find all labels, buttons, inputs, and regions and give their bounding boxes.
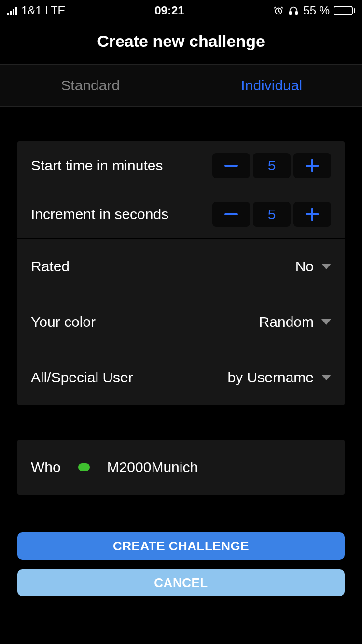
- start-time-value: 5: [253, 153, 291, 178]
- status-right: 55 %: [273, 4, 355, 17]
- color-label: Your color: [31, 314, 96, 330]
- start-time-stepper: 5: [212, 153, 331, 178]
- tab-standard[interactable]: Standard: [0, 65, 181, 106]
- increment-label: Increment in seconds: [31, 206, 168, 223]
- battery-icon: [334, 6, 355, 15]
- chevron-down-icon: [321, 375, 331, 380]
- tab-individual[interactable]: Individual: [181, 65, 362, 106]
- start-time-minus-button[interactable]: [212, 153, 250, 178]
- tab-bar: Standard Individual: [0, 64, 362, 107]
- plus-icon: [306, 159, 319, 172]
- status-left: 1&1 LTE: [7, 4, 66, 17]
- row-increment: Increment in seconds 5: [17, 190, 345, 238]
- increment-plus-button[interactable]: [293, 202, 331, 227]
- who-label: Who: [31, 459, 61, 476]
- increment-value: 5: [253, 202, 291, 227]
- row-start-time: Start time in minutes 5: [17, 141, 345, 190]
- who-username: M2000Munich: [107, 459, 198, 476]
- increment-minus-button[interactable]: [212, 202, 250, 227]
- clock: 09:21: [154, 4, 184, 17]
- color-value: Random: [259, 314, 331, 330]
- page-title: Create new challenge: [0, 21, 362, 64]
- plus-icon: [306, 208, 319, 221]
- alarm-icon: [273, 5, 284, 16]
- increment-stepper: 5: [212, 202, 331, 227]
- rated-value: No: [295, 258, 331, 275]
- rated-label: Rated: [31, 258, 70, 275]
- cancel-button[interactable]: CANCEL: [17, 569, 345, 596]
- row-user-mode[interactable]: All/Special User by Username: [17, 350, 345, 405]
- signal-icon: [7, 6, 17, 15]
- user-mode-value: by Username: [228, 369, 331, 386]
- who-card[interactable]: Who M2000Munich: [17, 440, 345, 495]
- status-bar: 1&1 LTE 09:21 55 %: [0, 0, 362, 21]
- start-time-plus-button[interactable]: [293, 153, 331, 178]
- start-time-label: Start time in minutes: [31, 157, 163, 174]
- create-challenge-button[interactable]: CREATE CHALLENGE: [17, 532, 345, 560]
- button-group: CREATE CHALLENGE CANCEL: [17, 532, 345, 596]
- minus-icon: [224, 165, 238, 167]
- svg-rect-1: [290, 12, 292, 14]
- minus-icon: [224, 213, 238, 215]
- carrier-label: 1&1 LTE: [21, 4, 66, 17]
- presence-icon: [78, 463, 90, 471]
- chevron-down-icon: [321, 264, 331, 269]
- chevron-down-icon: [321, 319, 331, 325]
- svg-rect-2: [296, 12, 298, 14]
- row-rated[interactable]: Rated No: [17, 238, 345, 294]
- headphones-icon: [288, 5, 299, 16]
- settings-card: Start time in minutes 5 Increment in sec…: [17, 141, 345, 405]
- user-mode-label: All/Special User: [31, 369, 133, 386]
- battery-percent: 55 %: [303, 4, 330, 17]
- row-color[interactable]: Your color Random: [17, 294, 345, 350]
